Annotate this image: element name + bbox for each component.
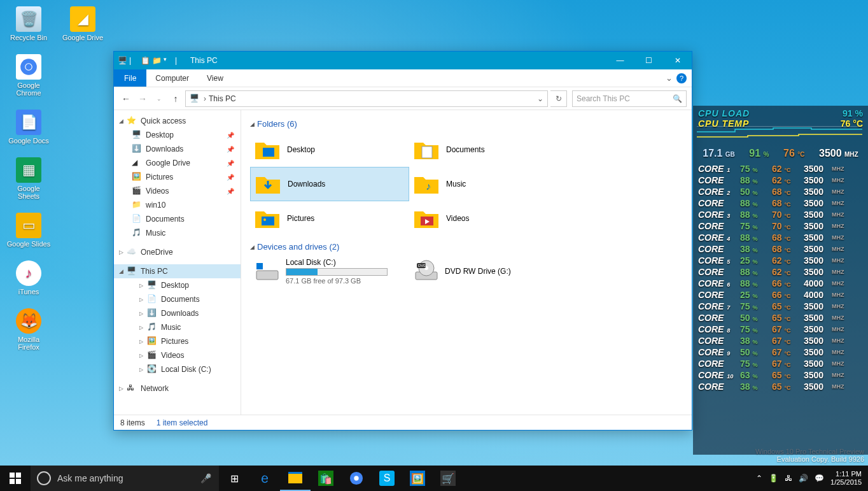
core-row: CORE 775 %65 °C3500 MHZ xyxy=(693,301,868,312)
folder-pictures[interactable]: Pictures xyxy=(250,201,409,236)
core-row: CORE 950 %67 °C3500 MHZ xyxy=(693,346,868,358)
folder-documents[interactable]: Documents xyxy=(409,132,568,167)
nav-qa-pictures[interactable]: 🖼️Pictures📌 xyxy=(114,170,241,184)
svg-rect-6 xyxy=(262,217,274,225)
svg-point-2 xyxy=(25,64,31,69)
desktop-icon-itunes[interactable]: ♪iTunes xyxy=(6,260,51,295)
taskbar-clock[interactable]: 1:11 PM 1/25/2015 xyxy=(830,470,862,487)
nav-qa-win10[interactable]: 📁win10 xyxy=(114,198,241,212)
svg-rect-19 xyxy=(16,479,21,484)
forward-button[interactable]: → xyxy=(136,92,150,106)
core-row: CORE 875 %67 °C3500 MHZ xyxy=(693,324,868,335)
new-folder-icon[interactable]: 📁 xyxy=(152,56,161,65)
pc-icon: 🖥️ xyxy=(118,56,127,65)
nav-qa-desktop[interactable]: 🖥️Desktop📌 xyxy=(114,128,241,142)
nav-quick-access[interactable]: ◢⭐Quick access xyxy=(114,114,241,128)
svg-rect-3 xyxy=(263,148,274,157)
tray-notifications-icon[interactable]: 💬 xyxy=(815,474,824,483)
drive-dvd[interactable]: DVD DVD RW Drive (G:) xyxy=(409,255,568,287)
ribbon: File Computer View ⌄? xyxy=(114,69,692,87)
maximize-button[interactable]: ☐ xyxy=(634,52,663,69)
nav-pc-localdisk[interactable]: ▷💽Local Disk (C:) xyxy=(114,362,241,376)
tray-network-icon[interactable]: 🖧 xyxy=(785,474,792,483)
nav-this-pc[interactable]: ◢🖥️This PC xyxy=(114,264,241,278)
desktop-icons: 🗑️Recycle Bin ◢Google Drive Google Chrom… xyxy=(6,6,105,351)
mic-icon[interactable]: 🎤 xyxy=(200,473,211,483)
nav-pc-downloads[interactable]: ▷⬇️Downloads xyxy=(114,306,241,320)
core-row: CORE75 %67 °C3500 MHZ xyxy=(693,358,868,369)
nav-pc-music[interactable]: ▷🎵Music xyxy=(114,320,241,334)
tray-volume-icon[interactable]: 🔊 xyxy=(799,474,808,483)
tray-chevron-icon[interactable]: ⌃ xyxy=(756,474,762,483)
folder-desktop[interactable]: Desktop xyxy=(250,132,409,167)
folder-music[interactable]: ♪Music xyxy=(409,167,568,201)
recent-button[interactable]: ⌄ xyxy=(152,92,166,106)
nav-onedrive[interactable]: ▷☁️OneDrive xyxy=(114,245,241,259)
svg-point-7 xyxy=(263,218,266,221)
nav-pc-desktop[interactable]: ▷🖥️Desktop xyxy=(114,278,241,292)
nav-qa-gdrive[interactable]: ◢Google Drive📌 xyxy=(114,156,241,170)
start-button[interactable] xyxy=(0,466,31,491)
desktop-icon-chrome[interactable]: Google Chrome xyxy=(6,54,51,97)
back-button[interactable]: ← xyxy=(119,92,133,106)
minimize-button[interactable]: — xyxy=(606,52,634,69)
drives-header[interactable]: ◢Devices and drives (2) xyxy=(250,242,683,252)
nav-pc-pictures[interactable]: ▷🖼️Pictures xyxy=(114,334,241,348)
desktop-icon-google-drive[interactable]: ◢Google Drive xyxy=(60,6,105,41)
address-bar[interactable]: 🖥️ › This PC ⌄ xyxy=(185,90,548,107)
system-tray: ⌃ 🔋 🖧 🔊 💬 1:11 PM 1/25/2015 xyxy=(756,470,868,487)
nav-qa-downloads[interactable]: ⬇️Downloads📌 xyxy=(114,142,241,156)
nav-qa-videos[interactable]: 🎬Videos📌 xyxy=(114,184,241,198)
desktop-icon-docs[interactable]: 📄Google Docs xyxy=(6,110,51,145)
hw-monitor-widget[interactable]: CPU LOAD 91 % CPU TEMP 76 °C 17.1 GB 91 … xyxy=(693,106,868,455)
drive-local-disk[interactable]: Local Disk (C:) 67.1 GB free of 97.3 GB xyxy=(250,255,409,287)
svg-rect-17 xyxy=(16,473,21,478)
computer-tab[interactable]: Computer xyxy=(146,69,198,87)
file-explorer-window: 🖥️ | 📋 📁 ▾ | This PC — ☐ ✕ File Computer… xyxy=(113,51,692,431)
taskbar-photos[interactable]: 🖼️ xyxy=(402,466,433,491)
taskbar-app[interactable]: 🛒 xyxy=(433,466,463,491)
taskbar-chrome[interactable] xyxy=(341,466,372,491)
nav-qa-documents[interactable]: 📄Documents xyxy=(114,212,241,226)
search-box[interactable]: Search This PC 🔍 xyxy=(572,90,687,107)
properties-icon[interactable]: 📋 xyxy=(141,56,150,65)
file-tab[interactable]: File xyxy=(114,69,146,87)
svg-rect-4 xyxy=(422,146,432,158)
status-bar: 8 items 1 item selected xyxy=(114,415,692,430)
taskbar-explorer[interactable] xyxy=(280,466,311,491)
core-row: CORE 175 %62 °C3500 MHZ xyxy=(693,163,868,174)
core-row: CORE 525 %62 °C3500 MHZ xyxy=(693,255,868,266)
svg-rect-9 xyxy=(256,271,278,280)
up-button[interactable]: ↑ xyxy=(169,92,183,106)
nav-pc-documents[interactable]: ▷📄Documents xyxy=(114,292,241,306)
view-tab[interactable]: View xyxy=(198,69,232,87)
task-view-button[interactable]: ⊞ xyxy=(219,466,249,491)
cpu-graph xyxy=(697,126,862,141)
navigation-pane: ◢⭐Quick access 🖥️Desktop📌 ⬇️Downloads📌 ◢… xyxy=(114,110,241,415)
desktop-icon-firefox[interactable]: 🦊Mozilla Firefox xyxy=(6,308,51,351)
address-dropdown-icon[interactable]: ⌄ xyxy=(537,94,543,103)
help-icon[interactable]: ? xyxy=(676,73,687,83)
cortana-search[interactable]: Ask me anything 🎤 xyxy=(31,466,219,491)
desktop-icon-slides[interactable]: ▭Google Slides xyxy=(6,213,51,248)
folder-downloads[interactable]: Downloads xyxy=(250,167,409,201)
ribbon-expand-icon[interactable]: ⌄ xyxy=(666,73,673,83)
taskbar: Ask me anything 🎤 ⊞ ｅ 🛍️ S 🖼️ 🛒 ⌃ 🔋 🖧 🔊 … xyxy=(0,466,868,491)
taskbar-ie[interactable]: ｅ xyxy=(249,466,280,491)
title-bar[interactable]: 🖥️ | 📋 📁 ▾ | This PC — ☐ ✕ xyxy=(114,52,692,69)
taskbar-skype[interactable]: S xyxy=(372,466,402,491)
nav-network[interactable]: ▷🖧Network xyxy=(114,381,241,395)
desktop-icon-sheets[interactable]: ▦Google Sheets xyxy=(6,157,51,200)
nav-qa-music[interactable]: 🎵Music xyxy=(114,226,241,240)
core-row: CORE38 %68 °C3500 MHZ xyxy=(693,243,868,255)
folders-header[interactable]: ◢Folders (6) xyxy=(250,119,683,129)
nav-pc-videos[interactable]: ▷🎬Videos xyxy=(114,348,241,362)
desktop-icon-recycle-bin[interactable]: 🗑️Recycle Bin xyxy=(6,6,51,41)
taskbar-store[interactable]: 🛍️ xyxy=(311,466,341,491)
cortana-icon xyxy=(37,471,51,485)
folder-videos[interactable]: Videos xyxy=(409,201,568,236)
svg-rect-10 xyxy=(256,263,263,269)
close-button[interactable]: ✕ xyxy=(663,52,692,69)
tray-battery-icon[interactable]: 🔋 xyxy=(769,474,778,483)
refresh-button[interactable]: ↻ xyxy=(550,90,567,107)
